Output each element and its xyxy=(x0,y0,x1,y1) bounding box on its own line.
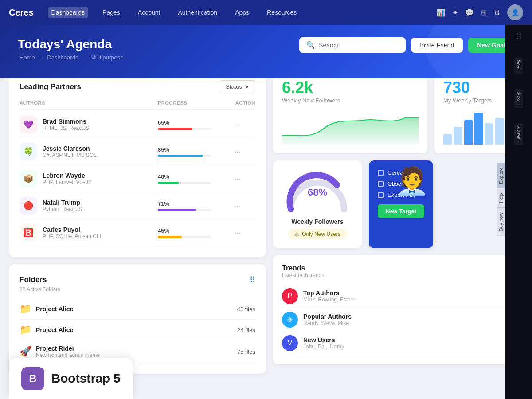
target-checkbox[interactable] xyxy=(378,192,384,198)
status-dropdown[interactable]: Status ▾ xyxy=(219,80,255,93)
folders-subtitle: 32 Active Folders xyxy=(20,286,255,293)
search-input[interactable] xyxy=(319,42,399,49)
message-icon[interactable]: 💬 xyxy=(465,8,474,17)
table-row: 💜 Brad Simmons HTML, JS, ReactJS 65% ··· xyxy=(20,111,255,138)
dark-strip: ⠿ +82$ +280$ +4500$ xyxy=(505,25,532,399)
partner-skills: HTML, JS, ReactJS xyxy=(43,125,89,131)
folders-card: Folders ⠿ 32 Active Folders 📁 Project Al… xyxy=(9,264,266,374)
action-dots[interactable]: ··· xyxy=(220,201,255,211)
progress-bar-wrap xyxy=(158,182,211,184)
progress-bar-wrap xyxy=(158,155,211,157)
grid-icon[interactable]: ⊞ xyxy=(481,8,487,17)
progress-pct: 40% xyxy=(158,173,220,180)
col-authors: AUTHORS xyxy=(20,100,158,106)
sparkle-icon[interactable]: ✦ xyxy=(452,8,458,17)
targets-label: My Weekly Targets xyxy=(443,97,514,104)
followers-number: 6.2k xyxy=(282,78,419,97)
progress-bar-fill xyxy=(158,209,196,211)
trends-card: Trends Latest tech trends P Top Authors … xyxy=(273,255,523,364)
leading-partners-title: Leading Partners xyxy=(20,82,81,91)
folders-title: Folders xyxy=(20,275,47,284)
settings-icon[interactable]: ⚙ xyxy=(494,8,500,17)
main-content: Leading Partners Status ▾ AUTHORS PROGRE… xyxy=(0,70,532,383)
partner-name: Jessie Clarcson xyxy=(43,145,97,152)
list-item: ✈ Popular Authors Randy, Steve, Mike xyxy=(282,308,514,332)
side-help[interactable]: Help xyxy=(497,189,505,208)
watermark-box: B Bootstrap 5 xyxy=(9,358,133,399)
action-dots[interactable]: ··· xyxy=(220,147,255,156)
trends-list: P Top Authors Mark, Rowling, Esther ✈ Po… xyxy=(282,285,514,355)
nav-authentication[interactable]: Authentication xyxy=(174,7,221,18)
strip-val-2: +280$ xyxy=(514,89,523,108)
followers-card: 6.2k Weekly New Followers xyxy=(273,70,427,153)
target-checkbox[interactable] xyxy=(378,181,384,187)
leading-partners-card: Leading Partners Status ▾ AUTHORS PROGRE… xyxy=(9,70,266,257)
strip-val-1: +82$ xyxy=(514,58,523,74)
breadcrumb-sep2: - xyxy=(83,54,87,61)
bootstrap-icon: B xyxy=(21,367,44,390)
folder-name: Project Alice xyxy=(36,326,73,333)
chevron-down-icon: ▾ xyxy=(246,83,249,90)
partner-avatar: 📦 xyxy=(20,170,37,188)
progress-bar-fill xyxy=(158,128,192,130)
progress-col: 71% xyxy=(158,200,220,211)
trend-name: Popular Authors xyxy=(303,313,352,320)
col-action: ACTION xyxy=(220,100,255,106)
folder-info: 📁 Project Alice xyxy=(20,303,73,315)
only-new-tag: ⚠ Only New Users xyxy=(288,229,347,239)
partners-table: 💜 Brad Simmons HTML, JS, ReactJS 65% ··· xyxy=(20,111,255,246)
gauge-percent: 68% xyxy=(308,187,327,198)
partner-name: Carles Puyol xyxy=(43,226,101,233)
nav-apps[interactable]: Apps xyxy=(231,7,253,18)
left-panel: Leading Partners Status ▾ AUTHORS PROGRE… xyxy=(9,70,266,374)
folders-dots-icon[interactable]: ⠿ xyxy=(250,275,255,285)
col-progress: PROGRESS xyxy=(158,100,220,106)
warning-icon: ⚠ xyxy=(294,231,299,237)
breadcrumb-home[interactable]: Home xyxy=(20,54,35,61)
partner-name: Lebron Wayde xyxy=(43,172,92,179)
partner-avatar: 💜 xyxy=(20,116,37,133)
folder-name: Project Rider xyxy=(36,345,100,352)
status-label: Status xyxy=(226,83,242,90)
action-dots[interactable]: ··· xyxy=(220,174,255,184)
partner-info: 📦 Lebron Wayde PHP, Laravel, VueJS xyxy=(20,170,158,188)
nav-dashboards[interactable]: Dashboards xyxy=(48,7,89,18)
list-item: P Top Authors Mark, Rowling, Esther xyxy=(282,285,514,308)
nav-pages[interactable]: Pages xyxy=(99,7,124,18)
table-row: 🔴 Natali Trump Python, ReactJS 71% ··· xyxy=(20,192,255,219)
action-dots[interactable]: ··· xyxy=(220,228,255,238)
nav-account[interactable]: Account xyxy=(134,7,164,18)
breadcrumb-multipurpose[interactable]: Multipurpose xyxy=(90,54,123,61)
header-banner: Todays' Agenda Home - Dashboards - Multi… xyxy=(0,25,532,78)
user-avatar[interactable]: 👤 xyxy=(507,4,523,20)
side-explore[interactable]: Explore xyxy=(497,163,505,188)
gauge-wrap: 68% xyxy=(282,169,353,215)
breadcrumb-dashboards[interactable]: Dashboards xyxy=(47,54,78,61)
partner-skills: PHP, Laravel, VueJS xyxy=(43,179,92,185)
invite-friend-button[interactable]: Invite Friend xyxy=(411,38,463,53)
leading-partners-header: Leading Partners Status ▾ xyxy=(20,80,255,93)
bar-chart-icon[interactable]: 📊 xyxy=(436,8,445,17)
folder-info: 📁 Project Alice xyxy=(20,324,73,336)
header-actions: 🔍 Invite Friend New Goal xyxy=(299,37,514,53)
nav-resources[interactable]: Resources xyxy=(263,7,300,18)
folder-files: 24 files xyxy=(237,327,255,333)
followers-chart xyxy=(282,109,419,145)
side-buy-now[interactable]: Buy now xyxy=(497,208,505,236)
target-checkbox[interactable] xyxy=(378,170,384,176)
list-item: V New Users John, Pat, Jimmy xyxy=(282,332,514,355)
folder-info: 🚀 Project Rider New frontend admin theme xyxy=(20,345,100,358)
partner-info: 🔴 Natali Trump Python, ReactJS xyxy=(20,197,158,215)
folder-icon: 📁 xyxy=(20,324,31,336)
trend-icon: ✈ xyxy=(282,312,298,328)
trend-name: New Users xyxy=(303,336,344,344)
trend-icon: P xyxy=(282,288,298,304)
action-dots[interactable]: ··· xyxy=(220,120,255,129)
new-target-button[interactable]: New Target xyxy=(378,204,424,218)
only-new-text: Only New Users xyxy=(302,231,340,237)
search-box[interactable]: 🔍 xyxy=(299,37,406,53)
progress-pct: 71% xyxy=(158,200,220,207)
progress-bar-fill xyxy=(158,182,179,184)
folder-desc: New frontend admin theme xyxy=(36,352,100,358)
followers-label: Weekly New Followers xyxy=(282,97,419,104)
